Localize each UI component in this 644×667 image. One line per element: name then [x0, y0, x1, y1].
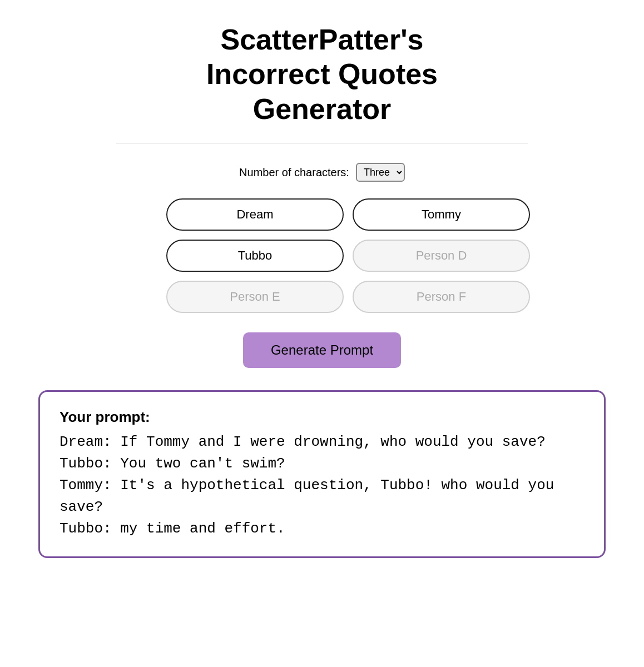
character-input-c[interactable]: [166, 240, 344, 272]
character-input-a[interactable]: [166, 198, 344, 231]
divider: [116, 143, 528, 143]
prompt-label: Your prompt:: [60, 409, 584, 426]
character-grid: [166, 198, 478, 313]
prompt-text: Dream: If Tommy and I were drowning, who…: [60, 431, 584, 540]
character-input-f: [353, 281, 530, 313]
num-characters-select[interactable]: One Two Three Four Five Six: [356, 163, 405, 182]
character-input-b[interactable]: [353, 198, 530, 231]
num-characters-label: Number of characters:: [239, 166, 349, 179]
num-characters-row: Number of characters: One Two Three Four…: [239, 163, 405, 182]
prompt-box: Your prompt: Dream: If Tommy and I were …: [38, 390, 606, 558]
controls-section: Number of characters: One Two Three Four…: [116, 163, 528, 390]
generate-prompt-button[interactable]: Generate Prompt: [243, 332, 401, 368]
page-title: ScatterPatter's Incorrect Quotes Generat…: [206, 22, 438, 126]
character-input-e: [166, 281, 344, 313]
character-input-d: [353, 240, 530, 272]
